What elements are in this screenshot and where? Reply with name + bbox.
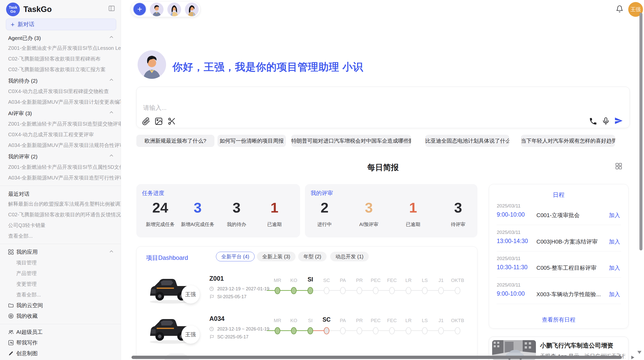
project-flag: SC-2025-05-17 <box>209 334 248 340</box>
stat-ai-prereview: 3 AI预评审 <box>348 199 389 228</box>
new-chat-button[interactable]: + 新对话 <box>6 19 116 30</box>
layout-grid-icon[interactable] <box>615 163 622 170</box>
schedule-item[interactable]: 2025/03/11 9:00-10:00 C001-立项审批会 加入 <box>497 200 621 227</box>
recent-chat-item[interactable]: C02-飞腾新能源轻客改款项目的闭环通告反馈情况 <box>0 209 121 220</box>
stat-review-overdue: 1 已逾期 <box>393 199 433 228</box>
task-item[interactable]: Z001-全新燃油轻卡产品开发项目SI造型提交物评审 <box>0 118 121 129</box>
vertical-scrollbar[interactable] <box>639 13 642 250</box>
milestone-line-done <box>267 290 310 291</box>
star-badge-icon <box>8 313 14 319</box>
task-progress-card: 任务进度 24 新增完成任务 3 新增AI完成任务 3 我的待办 1 已逾期 <box>136 184 300 237</box>
join-link[interactable]: 加入 <box>609 238 620 246</box>
milestone-OKTB: OKTB <box>447 317 468 324</box>
apps-view-all[interactable]: 查看全部... <box>0 289 121 300</box>
divider <box>497 277 621 278</box>
session-avatar[interactable] <box>167 3 181 16</box>
project-dashboard-card: 项目Dashboard 全新平台 (4) 全新上装 (3) 年型 (2) 动总开… <box>136 246 477 360</box>
stat-new-done: 24 新增完成任务 <box>140 199 181 228</box>
schedule-item[interactable]: 2025/03/11 9:00-10:00 X003-车辆动力学性能验... 加… <box>497 279 621 306</box>
section-my-todo[interactable]: 我的待办 (2) <box>0 75 121 86</box>
notification-bell-icon[interactable] <box>616 5 623 13</box>
sidebar-item-favorites[interactable]: 我的收藏 <box>0 311 121 321</box>
image-icon[interactable] <box>154 117 163 126</box>
sidebar-item-my-apps[interactable]: 我的应用 <box>0 247 121 257</box>
app-item-project-mgmt[interactable]: 项目管理 <box>0 257 121 268</box>
join-link[interactable]: 加入 <box>609 212 620 219</box>
join-link[interactable]: 加入 <box>609 291 620 298</box>
project-code[interactable]: A034 <box>209 315 225 322</box>
app-title: TaskGo <box>23 5 52 14</box>
task-item[interactable]: Z001-全新燃油皮卡产品开发项目SI节点Lesson Learn报告 <box>0 43 121 53</box>
taskgo-logo: TaskGo <box>6 3 20 16</box>
task-item[interactable]: Z001-全新燃油轻卡产品开发项目SI节点属性5D文件评审 <box>0 162 121 172</box>
section-my-review[interactable]: 我的评审 (2) <box>0 151 121 162</box>
suggestion-chip[interactable]: 当下年轻人对汽车外观有怎样的喜好趋势 <box>521 135 615 147</box>
divider <box>497 225 621 225</box>
sidebar-collapse-icon[interactable] <box>108 5 115 12</box>
scroll-right-arrow[interactable] <box>631 356 634 359</box>
session-switcher: + <box>131 1 200 17</box>
session-avatar[interactable] <box>150 3 164 16</box>
app-item-change-mgmt[interactable]: 变更管理 <box>0 279 121 289</box>
sidebar-item-drawing[interactable]: 创意制图 <box>0 348 121 359</box>
suggestion-chip[interactable]: 如何写一份清晰的项目周报 <box>217 135 286 147</box>
task-item[interactable]: A034-全新新能源MUV产品开发项目法规符合性评审 <box>0 140 121 151</box>
schedule-item[interactable]: 2025/03/11 13:00-14:30 C003|H0B-方案冻结评审 加… <box>497 227 621 253</box>
app-window: TaskGo TaskGo + 新对话 Agent已办 (3) Z001-全新燃… <box>0 0 644 360</box>
scissors-icon[interactable] <box>167 117 176 126</box>
writing-icon <box>8 340 14 346</box>
recent-view-all[interactable]: 查看全部... <box>0 231 121 241</box>
sidebar-list: Agent已办 (3) Z001-全新燃油皮卡产品开发项目SI节点Lesson … <box>0 33 121 359</box>
people-icon <box>8 329 14 335</box>
tab-new-platform[interactable]: 全新平台 (4) <box>216 252 255 261</box>
recent-chat-item[interactable]: 公司Q3轻卡销量 <box>0 220 121 231</box>
send-icon[interactable] <box>614 116 623 125</box>
project-dates: 2023-12-19 ~ 2026-01-19 <box>209 326 269 332</box>
input-placeholder: 请输入... <box>143 104 167 112</box>
sidebar-item-writing[interactable]: 帮我写作 <box>0 337 121 348</box>
task-item[interactable]: A034-全新新能源MUV产品开发项目造型可行性评审 <box>0 172 121 183</box>
scroll-down-arrow[interactable] <box>637 351 641 354</box>
sidebar-item-ai-staff[interactable]: AI超级员工 <box>0 327 121 337</box>
tab-model-year[interactable]: 年型 (2) <box>298 252 327 261</box>
schedule-item[interactable]: 2025/03/11 10:30-11:30 C005-整车工程目标评审 加入 <box>497 253 621 279</box>
chevron-up-icon[interactable] <box>109 79 113 82</box>
project-flag: SI-2025-05-17 <box>209 294 246 299</box>
tab-powertrain[interactable]: 动总开发 (1) <box>330 252 369 261</box>
task-item[interactable]: A034-全新新能源MUV产品开发项目计划变更表编写 <box>0 97 121 107</box>
project-code[interactable]: Z001 <box>209 275 224 282</box>
chat-input[interactable]: 请输入... <box>136 87 630 128</box>
suggestion-chip[interactable]: 比亚迪全固态电池计划具体说了什么 <box>425 135 509 147</box>
chevron-up-icon[interactable] <box>109 111 113 115</box>
section-agent-done[interactable]: Agent已办 (3) <box>0 33 121 43</box>
pen-icon <box>8 351 14 356</box>
tab-new-body[interactable]: 全新上装 (3) <box>257 252 296 261</box>
attachment-icon[interactable] <box>142 117 150 126</box>
view-all-schedule-link[interactable]: 查看所有日程 <box>489 316 628 324</box>
chevron-up-icon[interactable] <box>109 36 113 39</box>
suggestion-chip[interactable]: 欧洲新规最近颁布了什么? <box>136 135 214 147</box>
app-item-product-mgmt[interactable]: 产品管理 <box>0 268 121 279</box>
milestone-OKTB: OKTB <box>447 277 468 284</box>
divider <box>0 244 121 244</box>
recent-chat-item[interactable]: 解释最新出台的欧盟报废车法规再生塑料比例被调至15% <box>0 199 121 209</box>
chevron-up-icon[interactable] <box>109 154 113 158</box>
schedule-title: 日程 <box>489 191 628 199</box>
chevron-up-icon[interactable] <box>109 250 113 254</box>
divider <box>0 186 121 186</box>
cloud-folder-icon <box>8 303 14 308</box>
section-ai-review[interactable]: AI评审 (3) <box>0 107 121 118</box>
join-link[interactable]: 加入 <box>609 264 620 272</box>
task-item[interactable]: C02-飞腾新能源轻客改款项目立项汇报方案 <box>0 64 121 75</box>
suggestion-chip[interactable]: 特朗普可能对进口汽车增税会对中国车企造成哪些影响 <box>291 135 411 147</box>
microphone-icon[interactable] <box>602 117 610 126</box>
session-avatar[interactable] <box>185 3 199 16</box>
milestone-line-done <box>267 330 310 331</box>
phone-icon[interactable] <box>589 117 597 126</box>
task-item[interactable]: C0X4-动力总成开发项目工程变更评审 <box>0 129 121 140</box>
task-item[interactable]: C02-飞腾新能源轻客改款项目里程碑画布 <box>0 53 121 64</box>
add-session-button[interactable]: + <box>133 3 146 16</box>
horizontal-scrollbar[interactable] <box>131 356 622 359</box>
sidebar-item-cloud-space[interactable]: 我的云空间 <box>0 300 121 311</box>
task-item[interactable]: C0X4-动力总成开发项目SI里程碑提交物检查 <box>0 86 121 97</box>
